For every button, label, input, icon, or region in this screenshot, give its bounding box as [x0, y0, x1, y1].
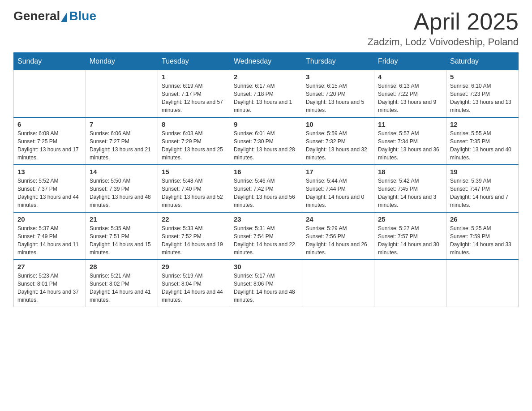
calendar-cell: 1Sunrise: 6:19 AM Sunset: 7:17 PM Daylig…: [158, 70, 230, 118]
calendar-cell: 18Sunrise: 5:42 AM Sunset: 7:45 PM Dayli…: [374, 165, 446, 212]
day-detail: Sunrise: 5:42 AM Sunset: 7:45 PM Dayligh…: [378, 177, 442, 209]
calendar-cell: 22Sunrise: 5:33 AM Sunset: 7:52 PM Dayli…: [158, 212, 230, 260]
day-detail: Sunrise: 6:10 AM Sunset: 7:23 PM Dayligh…: [450, 82, 515, 114]
calendar-cell: 5Sunrise: 6:10 AM Sunset: 7:23 PM Daylig…: [446, 70, 519, 118]
calendar-cell: 17Sunrise: 5:44 AM Sunset: 7:44 PM Dayli…: [302, 165, 374, 212]
day-number: 11: [378, 120, 442, 128]
day-number: 15: [162, 168, 226, 176]
day-detail: Sunrise: 6:06 AM Sunset: 7:27 PM Dayligh…: [90, 129, 154, 162]
day-number: 4: [378, 73, 442, 81]
day-number: 23: [234, 215, 298, 223]
day-detail: Sunrise: 6:03 AM Sunset: 7:29 PM Dayligh…: [162, 129, 226, 162]
calendar-cell: 30Sunrise: 5:17 AM Sunset: 8:06 PM Dayli…: [230, 260, 302, 307]
calendar-week-row: 6Sunrise: 6:08 AM Sunset: 7:25 PM Daylig…: [14, 117, 519, 165]
day-detail: Sunrise: 5:50 AM Sunset: 7:39 PM Dayligh…: [90, 177, 154, 209]
calendar-cell: 9Sunrise: 6:01 AM Sunset: 7:30 PM Daylig…: [230, 117, 302, 165]
day-number: 20: [17, 215, 82, 223]
day-number: 9: [234, 120, 298, 128]
day-detail: Sunrise: 6:13 AM Sunset: 7:22 PM Dayligh…: [378, 82, 442, 114]
day-number: 30: [234, 263, 298, 270]
calendar-cell: 10Sunrise: 5:59 AM Sunset: 7:32 PM Dayli…: [302, 117, 374, 165]
weekday-header-monday: Monday: [86, 53, 158, 70]
calendar-cell: 20Sunrise: 5:37 AM Sunset: 7:49 PM Dayli…: [14, 212, 86, 260]
calendar-cell: 13Sunrise: 5:52 AM Sunset: 7:37 PM Dayli…: [14, 165, 86, 212]
page-header: General Blue April 2025 Zadzim, Lodz Voi…: [13, 9, 519, 48]
day-detail: Sunrise: 5:44 AM Sunset: 7:44 PM Dayligh…: [306, 177, 370, 209]
day-detail: Sunrise: 6:08 AM Sunset: 7:25 PM Dayligh…: [17, 129, 82, 162]
calendar-table: SundayMondayTuesdayWednesdayThursdayFrid…: [13, 52, 519, 307]
weekday-header-saturday: Saturday: [446, 53, 519, 70]
title-section: April 2025 Zadzim, Lodz Voivodeship, Pol…: [367, 9, 519, 48]
calendar-cell: 25Sunrise: 5:27 AM Sunset: 7:57 PM Dayli…: [374, 212, 446, 260]
calendar-week-row: 20Sunrise: 5:37 AM Sunset: 7:49 PM Dayli…: [14, 212, 519, 260]
calendar-week-row: 13Sunrise: 5:52 AM Sunset: 7:37 PM Dayli…: [14, 165, 519, 212]
day-detail: Sunrise: 5:46 AM Sunset: 7:42 PM Dayligh…: [234, 177, 298, 209]
day-number: 10: [306, 120, 370, 128]
logo-general-text: General: [13, 9, 60, 23]
calendar-cell: 11Sunrise: 5:57 AM Sunset: 7:34 PM Dayli…: [374, 117, 446, 165]
day-number: 28: [90, 263, 154, 270]
logo-triangle-icon: [61, 12, 67, 22]
day-number: 29: [162, 263, 226, 270]
logo-blue-text: Blue: [69, 9, 96, 23]
day-detail: Sunrise: 5:37 AM Sunset: 7:49 PM Dayligh…: [17, 224, 82, 257]
calendar-cell: 16Sunrise: 5:46 AM Sunset: 7:42 PM Dayli…: [230, 165, 302, 212]
day-detail: Sunrise: 6:17 AM Sunset: 7:18 PM Dayligh…: [234, 82, 298, 114]
logo: General Blue: [13, 9, 96, 23]
day-detail: Sunrise: 5:52 AM Sunset: 7:37 PM Dayligh…: [17, 177, 82, 209]
weekday-header-tuesday: Tuesday: [158, 53, 230, 70]
day-number: 16: [234, 168, 298, 176]
calendar-cell: 19Sunrise: 5:39 AM Sunset: 7:47 PM Dayli…: [446, 165, 519, 212]
day-number: 18: [378, 168, 442, 176]
day-number: 1: [162, 73, 226, 81]
calendar-cell: 12Sunrise: 5:55 AM Sunset: 7:35 PM Dayli…: [446, 117, 519, 165]
calendar-week-row: 27Sunrise: 5:23 AM Sunset: 8:01 PM Dayli…: [14, 260, 519, 307]
day-number: 12: [450, 120, 515, 128]
weekday-header-thursday: Thursday: [302, 53, 374, 70]
day-number: 2: [234, 73, 298, 81]
day-detail: Sunrise: 5:31 AM Sunset: 7:54 PM Dayligh…: [234, 224, 298, 257]
weekday-header-friday: Friday: [374, 53, 446, 70]
calendar-cell: 15Sunrise: 5:48 AM Sunset: 7:40 PM Dayli…: [158, 165, 230, 212]
day-detail: Sunrise: 6:19 AM Sunset: 7:17 PM Dayligh…: [162, 82, 226, 114]
day-number: 26: [450, 215, 515, 223]
day-detail: Sunrise: 6:01 AM Sunset: 7:30 PM Dayligh…: [234, 129, 298, 162]
calendar-cell: 26Sunrise: 5:25 AM Sunset: 7:59 PM Dayli…: [446, 212, 519, 260]
calendar-cell: [302, 260, 374, 307]
day-number: 19: [450, 168, 515, 176]
calendar-cell: 24Sunrise: 5:29 AM Sunset: 7:56 PM Dayli…: [302, 212, 374, 260]
day-number: 21: [90, 215, 154, 223]
weekday-header-row: SundayMondayTuesdayWednesdayThursdayFrid…: [14, 53, 519, 70]
calendar-cell: 2Sunrise: 6:17 AM Sunset: 7:18 PM Daylig…: [230, 70, 302, 118]
location-title: Zadzim, Lodz Voivodeship, Poland: [367, 36, 519, 48]
day-detail: Sunrise: 5:59 AM Sunset: 7:32 PM Dayligh…: [306, 129, 370, 162]
day-number: 6: [17, 120, 82, 128]
day-detail: Sunrise: 5:27 AM Sunset: 7:57 PM Dayligh…: [378, 224, 442, 257]
calendar-cell: 27Sunrise: 5:23 AM Sunset: 8:01 PM Dayli…: [14, 260, 86, 307]
day-detail: Sunrise: 5:33 AM Sunset: 7:52 PM Dayligh…: [162, 224, 226, 257]
calendar-cell: 28Sunrise: 5:21 AM Sunset: 8:02 PM Dayli…: [86, 260, 158, 307]
weekday-header-wednesday: Wednesday: [230, 53, 302, 70]
calendar-cell: 7Sunrise: 6:06 AM Sunset: 7:27 PM Daylig…: [86, 117, 158, 165]
day-detail: Sunrise: 5:17 AM Sunset: 8:06 PM Dayligh…: [234, 272, 298, 304]
day-detail: Sunrise: 6:15 AM Sunset: 7:20 PM Dayligh…: [306, 82, 370, 114]
day-number: 17: [306, 168, 370, 176]
calendar-cell: 14Sunrise: 5:50 AM Sunset: 7:39 PM Dayli…: [86, 165, 158, 212]
day-detail: Sunrise: 5:57 AM Sunset: 7:34 PM Dayligh…: [378, 129, 442, 162]
calendar-cell: [14, 70, 86, 118]
day-number: 13: [17, 168, 82, 176]
day-number: 5: [450, 73, 515, 81]
day-detail: Sunrise: 5:39 AM Sunset: 7:47 PM Dayligh…: [450, 177, 515, 209]
calendar-week-row: 1Sunrise: 6:19 AM Sunset: 7:17 PM Daylig…: [14, 70, 519, 118]
calendar-cell: 6Sunrise: 6:08 AM Sunset: 7:25 PM Daylig…: [14, 117, 86, 165]
day-detail: Sunrise: 5:35 AM Sunset: 7:51 PM Dayligh…: [90, 224, 154, 257]
calendar-cell: [374, 260, 446, 307]
calendar-cell: [86, 70, 158, 118]
day-detail: Sunrise: 5:21 AM Sunset: 8:02 PM Dayligh…: [90, 272, 154, 304]
weekday-header-sunday: Sunday: [14, 53, 86, 70]
calendar-cell: 8Sunrise: 6:03 AM Sunset: 7:29 PM Daylig…: [158, 117, 230, 165]
calendar-cell: 23Sunrise: 5:31 AM Sunset: 7:54 PM Dayli…: [230, 212, 302, 260]
day-number: 25: [378, 215, 442, 223]
day-detail: Sunrise: 5:23 AM Sunset: 8:01 PM Dayligh…: [17, 272, 82, 304]
day-detail: Sunrise: 5:55 AM Sunset: 7:35 PM Dayligh…: [450, 129, 515, 162]
